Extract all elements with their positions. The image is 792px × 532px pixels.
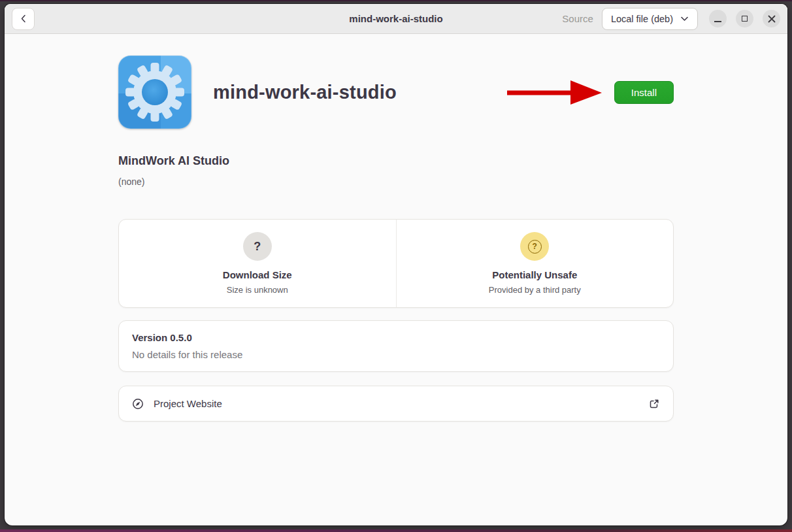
maximize-button[interactable] — [736, 10, 753, 27]
project-website-row[interactable]: Project Website — [118, 386, 674, 422]
headerbar: mind-work-ai-studio Source Local file (d… — [5, 4, 787, 34]
version-subtitle: No details for this release — [132, 349, 660, 360]
app-window: mind-work-ai-studio Source Local file (d… — [5, 4, 787, 525]
potentially-unsafe-tile: ? Potentially Unsafe Provided by a third… — [396, 220, 674, 307]
external-link-icon — [648, 398, 660, 410]
gear-app-icon — [118, 56, 191, 129]
source-label: Source — [562, 13, 593, 24]
compass-icon — [132, 398, 144, 410]
download-size-tile: ? Download Size Size is unknown — [119, 220, 396, 307]
minimize-button[interactable] — [709, 10, 727, 27]
tile-title: Potentially Unsafe — [492, 269, 577, 280]
app-display-name: MindWork AI Studio — [118, 154, 674, 168]
install-button[interactable]: Install — [614, 81, 674, 104]
chevron-down-icon — [673, 16, 689, 22]
source-dropdown[interactable]: Local file (deb) — [602, 8, 698, 30]
app-header-row: mind-work-ai-studio Install — [118, 56, 674, 129]
app-title: mind-work-ai-studio — [213, 82, 397, 103]
tile-title: Download Size — [223, 269, 292, 280]
circled-question-icon: ? — [520, 232, 549, 261]
project-website-label: Project Website — [154, 398, 222, 409]
maximize-icon — [742, 16, 748, 22]
app-developer: (none) — [118, 176, 674, 187]
chevron-left-icon — [19, 14, 28, 24]
minimize-icon — [714, 21, 721, 22]
close-button[interactable] — [763, 10, 780, 27]
question-mark-icon: ? — [243, 232, 272, 261]
context-tiles-card: ? Download Size Size is unknown ? Potent… — [118, 219, 674, 308]
app-details-page: mind-work-ai-studio Install MindWork AI … — [118, 56, 674, 422]
tile-subtitle: Size is unknown — [227, 285, 288, 295]
desktop-edge-top — [0, 0, 792, 1]
window-controls — [709, 10, 780, 27]
version-card: Version 0.5.0 No details for this releas… — [118, 320, 674, 372]
source-dropdown-value: Local file (deb) — [611, 14, 673, 24]
back-button[interactable] — [12, 8, 35, 30]
desktop-edge-bottom — [0, 529, 792, 532]
tile-subtitle: Provided by a third party — [489, 285, 581, 295]
version-title: Version 0.5.0 — [132, 332, 660, 343]
close-icon — [768, 15, 776, 23]
red-arrow-annotation — [506, 78, 606, 107]
